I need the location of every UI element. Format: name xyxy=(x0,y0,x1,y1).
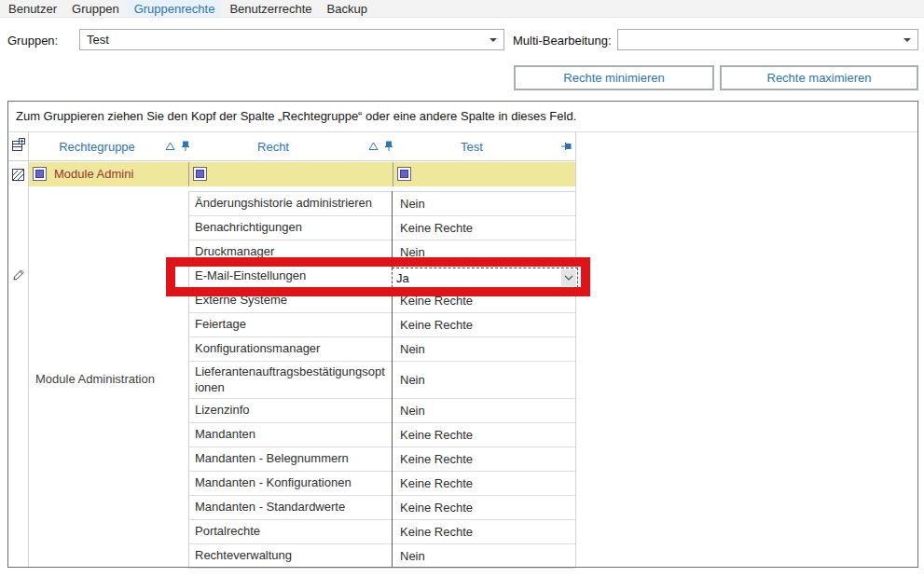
filter-condition-button[interactable] xyxy=(33,167,47,181)
pin-left-icon[interactable] xyxy=(560,141,572,152)
rechte-maximieren-button[interactable]: Rechte maximieren xyxy=(720,65,918,90)
chevron-down-icon[interactable] xyxy=(903,38,911,42)
recht-cell[interactable]: Mandanten - Konfigurationen xyxy=(188,472,392,495)
test-cell[interactable]: Nein xyxy=(392,192,575,215)
divider xyxy=(393,162,393,186)
menu-item-gruppen[interactable]: Gruppen xyxy=(65,0,126,17)
filter-value-rechtegruppe[interactable]: Module Admini xyxy=(54,162,133,186)
test-cell[interactable]: Nein xyxy=(392,240,575,264)
test-cell[interactable]: Keine Rechte xyxy=(392,289,575,312)
chevron-down-icon[interactable] xyxy=(490,38,497,42)
test-cell[interactable]: Keine Rechte xyxy=(392,472,575,495)
column-chooser-icon[interactable] xyxy=(11,137,26,152)
gruppen-label: Gruppen: xyxy=(7,34,58,48)
test-value: Nein xyxy=(400,373,425,387)
test-cell[interactable]: Nein xyxy=(392,362,575,398)
filter-square-icon xyxy=(35,170,44,178)
menu-item-benutzer[interactable]: Benutzer xyxy=(2,0,63,17)
test-cell[interactable]: Keine Rechte xyxy=(392,423,575,446)
table-row: Mandanten Keine Rechte xyxy=(188,423,575,447)
chevron-down-icon xyxy=(564,275,573,281)
recht-cell[interactable]: Mandanten - Belegnummern xyxy=(188,447,392,471)
menu-bar: BenutzerGruppenGruppenrechteBenutzerrech… xyxy=(0,0,924,18)
multi-bearbeitung-dropdown[interactable] xyxy=(617,29,918,50)
filter-condition-button[interactable] xyxy=(193,167,207,181)
table-row: Feiertage Keine Rechte xyxy=(188,313,575,337)
filter-row: Module Admini xyxy=(28,162,575,186)
recht-cell[interactable]: Konfigurationsmanager xyxy=(188,337,392,361)
menu-item-backup[interactable]: Backup xyxy=(321,0,374,17)
test-value: Keine Rechte xyxy=(400,221,473,235)
filter-square-icon xyxy=(196,170,204,178)
recht-cell[interactable]: Druckmanager xyxy=(188,240,392,264)
divider xyxy=(575,132,576,567)
edit-row-pencil-icon xyxy=(11,268,26,282)
filter-condition-button[interactable] xyxy=(397,167,411,181)
test-cell[interactable]: Keine Rechte xyxy=(392,496,575,519)
test-cell[interactable]: Nein xyxy=(392,337,575,361)
recht-cell[interactable]: Mandanten - Standardwerte xyxy=(188,496,392,519)
rights-grid: Zum Gruppieren ziehen Sie den Kopf der S… xyxy=(7,101,918,568)
test-cell[interactable]: Keine Rechte xyxy=(392,313,575,337)
sort-ascending-icon[interactable] xyxy=(368,142,379,151)
rechtegruppe-header-icons xyxy=(165,132,191,160)
table-row: Konfigurationsmanager Nein xyxy=(188,337,575,362)
recht-cell[interactable]: E-Mail-Einstellungen xyxy=(188,265,392,288)
recht-cell[interactable]: Rechteverwaltung xyxy=(188,544,392,568)
test-value: Keine Rechte xyxy=(400,318,473,332)
rechte-minimieren-button[interactable]: Rechte minimieren xyxy=(514,65,714,90)
sort-ascending-icon[interactable] xyxy=(165,142,175,151)
test-header-icons xyxy=(560,132,572,160)
recht-cell[interactable]: Externe Systeme xyxy=(188,289,392,312)
table-row: Lieferantenauftragsbestätigungsoptionen … xyxy=(188,362,575,399)
table-row: Portalrechte Keine Rechte xyxy=(188,520,575,544)
recht-header-icons xyxy=(368,132,394,160)
menu-item-benutzerrechte[interactable]: Benutzerrechte xyxy=(223,0,318,17)
recht-cell[interactable]: Änderungshistorie administrieren xyxy=(188,192,392,215)
column-header-rechtegruppe[interactable]: Rechtegruppe xyxy=(28,132,166,160)
multi-bearbeitung-label: Multi-Bearbeitung: xyxy=(513,34,612,48)
test-value: Keine Rechte xyxy=(400,501,473,515)
group-by-hint: Zum Gruppieren ziehen Sie den Kopf der S… xyxy=(16,102,576,131)
group-cell-module-administration[interactable]: Module Administration xyxy=(29,191,187,567)
table-row: Mandanten - Belegnummern Keine Rechte xyxy=(188,447,575,472)
test-value: Nein xyxy=(400,197,425,211)
table-row: Benachrichtigungen Keine Rechte xyxy=(188,216,575,240)
test-value: Keine Rechte xyxy=(400,428,473,442)
table-row: Externe Systeme Keine Rechte xyxy=(188,289,575,313)
table-row: E-Mail-Einstellungen Ja xyxy=(188,265,575,289)
table-row: Druckmanager Nein xyxy=(188,240,575,265)
test-value-combobox[interactable]: Ja xyxy=(392,268,578,288)
test-value: Nein xyxy=(400,404,425,418)
filter-square-icon xyxy=(400,170,408,178)
table-row: Mandanten - Konfigurationen Keine Rechte xyxy=(188,472,575,496)
table-row: Mandanten - Standardwerte Keine Rechte xyxy=(188,496,575,520)
test-cell[interactable]: Keine Rechte xyxy=(392,447,575,471)
gruppen-dropdown-value: Test xyxy=(87,33,109,47)
test-cell[interactable]: Nein xyxy=(392,544,575,568)
menu-item-gruppenrechte[interactable]: Gruppenrechte xyxy=(128,0,222,17)
test-value: Keine Rechte xyxy=(400,476,473,490)
test-value: Keine Rechte xyxy=(400,452,473,466)
test-cell[interactable]: Keine Rechte xyxy=(392,520,575,543)
recht-cell[interactable]: Benachrichtigungen xyxy=(188,216,392,240)
clear-filter-cell[interactable] xyxy=(8,162,28,186)
column-header-recht[interactable]: Recht xyxy=(188,132,358,160)
test-value: Keine Rechte xyxy=(400,294,473,308)
recht-cell[interactable]: Portalrechte xyxy=(188,520,392,543)
test-cell[interactable]: Nein xyxy=(392,399,575,422)
test-value: Keine Rechte xyxy=(400,525,473,539)
column-header-test[interactable]: Test xyxy=(393,132,551,160)
test-value: Nein xyxy=(400,549,425,563)
gruppen-dropdown[interactable]: Test xyxy=(79,29,504,50)
recht-cell[interactable]: Lieferantenauftragsbestätigungsoptionen xyxy=(188,362,392,398)
recht-cell[interactable]: Lizenzinfo xyxy=(188,399,392,422)
test-cell[interactable]: Keine Rechte xyxy=(392,216,575,240)
combobox-dropdown-button[interactable] xyxy=(561,269,576,286)
recht-cell[interactable]: Mandanten xyxy=(188,423,392,446)
test-value: Nein xyxy=(400,245,425,259)
test-cell[interactable]: Ja xyxy=(392,265,575,288)
rows-container: Änderungshistorie administrieren Nein Be… xyxy=(188,191,575,569)
test-value: Nein xyxy=(400,342,425,356)
recht-cell[interactable]: Feiertage xyxy=(188,313,392,337)
